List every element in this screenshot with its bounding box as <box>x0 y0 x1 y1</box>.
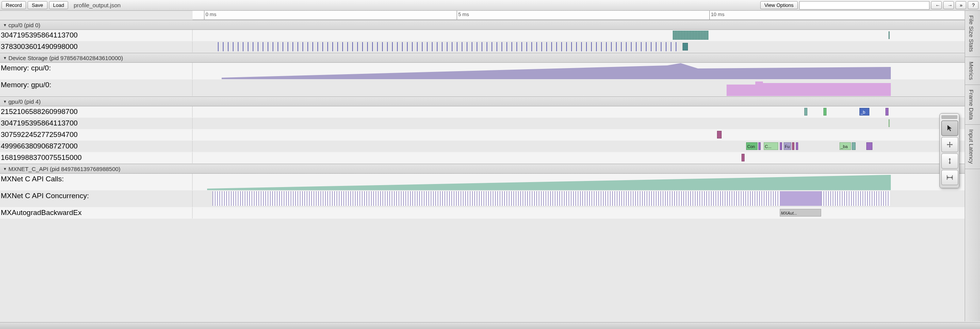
event-cluster[interactable] <box>673 31 709 40</box>
track-label: Memory: gpu/0: <box>0 80 193 96</box>
bottom-status-strip <box>0 322 980 329</box>
group-title: gpu/0 (pid 4) <box>8 98 41 105</box>
view-options-button[interactable]: View Options <box>760 1 798 9</box>
event-block[interactable] <box>852 142 856 150</box>
track-label: MXAutogradBackwardEx <box>0 207 193 218</box>
track-label: MXNet C API Concurrency: <box>0 191 193 207</box>
track-label: 3783003601490998000 <box>0 41 193 52</box>
event-block[interactable] <box>780 142 782 150</box>
save-button[interactable]: Save <box>28 1 47 9</box>
memory-cpu-chart <box>193 63 965 79</box>
event-block[interactable] <box>889 31 890 39</box>
ruler-tick-5: 5 ms <box>457 11 469 20</box>
pointer-icon <box>946 124 954 132</box>
track-row: 4999663809068727000 Con C... Fu _ba <box>0 141 965 152</box>
event-block[interactable]: C... <box>764 142 778 150</box>
track-row: Memory: gpu/0: <box>0 80 965 96</box>
track-content[interactable] <box>193 152 965 163</box>
track-content[interactable] <box>193 63 965 79</box>
pan-icon <box>946 141 954 148</box>
track-row: 3075922452772594700 <box>0 129 965 141</box>
event-block[interactable] <box>683 43 688 50</box>
floating-toolbox[interactable] <box>939 113 959 188</box>
track-label: 16819988370075515000 <box>0 152 193 163</box>
event-ticks[interactable] <box>218 42 676 51</box>
event-block[interactable] <box>796 142 798 150</box>
nav-more-button[interactable]: » <box>956 1 966 9</box>
track-content[interactable] <box>193 80 965 96</box>
event-label: Con <box>746 144 756 149</box>
event-label: _b <box>860 110 866 114</box>
track-label: 3047195395864113700 <box>0 30 193 41</box>
event-block[interactable]: Fu <box>784 142 791 150</box>
load-button[interactable]: Load <box>49 1 69 9</box>
track-content[interactable] <box>193 174 965 190</box>
track-content[interactable] <box>193 191 965 207</box>
side-tab-metrics[interactable]: Metrics <box>965 57 980 85</box>
event-block[interactable]: MXAut... <box>780 209 821 217</box>
group-header-cpu0[interactable]: ▼ cpu/0 (pid 0) <box>0 20 965 30</box>
event-block[interactable]: _b <box>859 108 869 116</box>
event-block[interactable] <box>823 108 826 116</box>
pan-tool-button[interactable] <box>941 137 958 152</box>
event-block[interactable] <box>885 108 889 116</box>
help-button[interactable]: ? <box>968 1 978 9</box>
group-title: cpu/0 (pid 0) <box>8 22 40 28</box>
pointer-tool-button[interactable] <box>941 121 958 136</box>
disclosure-icon: ▼ <box>3 167 7 171</box>
track-content[interactable] <box>193 118 965 129</box>
api-calls-chart <box>193 174 965 190</box>
track-content[interactable]: Con C... Fu _ba <box>193 141 965 152</box>
nav-next-button[interactable]: → <box>943 1 954 9</box>
zoom-horizontal-button[interactable] <box>941 170 958 185</box>
toolbar: Record Save Load profile_output.json Vie… <box>0 0 980 11</box>
track-content[interactable] <box>193 41 965 52</box>
event-block[interactable] <box>758 142 761 150</box>
svg-marker-2 <box>207 175 891 190</box>
event-block[interactable] <box>866 142 872 150</box>
track-label: 3075922452772594700 <box>0 129 193 140</box>
track-label: 3047195395864113700 <box>0 118 193 129</box>
arrows-horizontal-icon <box>946 174 954 181</box>
svg-marker-0 <box>222 63 891 79</box>
side-tab-frame-data[interactable]: Frame Data <box>965 85 980 125</box>
event-block[interactable] <box>804 108 807 116</box>
ruler-tick-0: 0 ms <box>204 11 216 20</box>
event-block[interactable] <box>717 131 722 138</box>
event-label: _ba <box>840 144 848 149</box>
svg-marker-1 <box>727 81 891 96</box>
event-label: Fu <box>784 144 791 149</box>
group-title: MXNET_C_API (pid 849786139768988500) <box>8 166 121 172</box>
event-label: C... <box>764 144 772 149</box>
track-row: 3783003601490998000 <box>0 41 965 53</box>
group-title: Device Storage (pid 9785678402843610000) <box>8 55 123 61</box>
concurrency-block[interactable] <box>780 191 821 206</box>
event-block[interactable] <box>742 154 745 161</box>
arrows-vertical-icon <box>946 157 954 165</box>
track-label: 4999663809068727000 <box>0 141 193 152</box>
group-header-device-storage[interactable]: ▼ Device Storage (pid 978567840284361000… <box>0 53 965 63</box>
group-header-gpu0[interactable]: ▼ gpu/0 (pid 4) <box>0 96 965 106</box>
track-content[interactable]: MXAut... <box>193 207 965 218</box>
event-block[interactable] <box>792 142 794 150</box>
toolbox-grip[interactable] <box>941 115 957 119</box>
disclosure-icon: ▼ <box>3 23 7 27</box>
track-content[interactable] <box>193 129 965 140</box>
track-content[interactable]: _b <box>193 106 965 117</box>
record-button[interactable]: Record <box>2 1 26 9</box>
side-tab-file-size-stats[interactable]: File Size Stats <box>965 11 980 57</box>
track-content[interactable] <box>193 30 965 41</box>
track-row: 2152106588260998700 _b <box>0 106 965 118</box>
side-tab-input-latency[interactable]: Input Latency <box>965 125 980 169</box>
event-block[interactable]: Con <box>746 142 758 150</box>
nav-prev-button[interactable]: ← <box>931 1 942 9</box>
group-header-mxnet-c-api[interactable]: ▼ MXNET_C_API (pid 849786139768988500) <box>0 164 965 174</box>
time-ruler[interactable]: 0 ms 5 ms 10 ms <box>193 11 965 20</box>
event-block[interactable]: _ba <box>840 142 851 150</box>
zoom-vertical-button[interactable] <box>941 153 958 169</box>
track-row: MXNet C API Calls: <box>0 174 965 191</box>
track-row: 3047195395864113700 <box>0 30 965 41</box>
timeline-viewport[interactable]: ▼ cpu/0 (pid 0) 3047195395864113700 3783… <box>0 20 965 219</box>
search-input[interactable] <box>799 1 929 10</box>
event-block[interactable] <box>889 119 890 127</box>
